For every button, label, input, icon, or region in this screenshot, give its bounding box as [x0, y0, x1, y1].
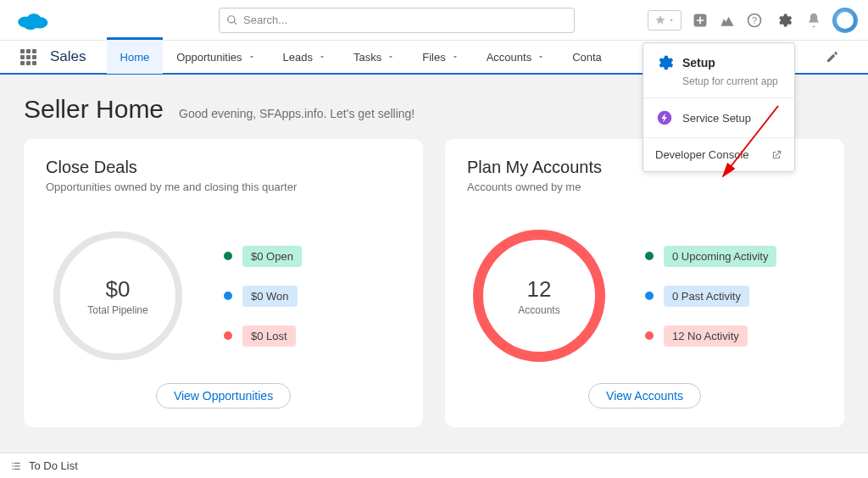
svg-text:?: ? — [752, 15, 757, 25]
nav-item-files[interactable]: Files — [409, 40, 472, 74]
nav-label: Files — [422, 51, 445, 64]
search-icon — [226, 14, 238, 26]
legend-dot — [645, 292, 654, 300]
nav-label: Conta — [572, 51, 602, 64]
setup-dropdown-menu: Setup Setup for current app Service Setu… — [643, 42, 795, 172]
legend-pill: $0 Open — [242, 246, 302, 267]
gear-icon — [776, 12, 793, 29]
nav-item-leads[interactable]: Leads — [270, 40, 340, 74]
app-name: Sales — [50, 48, 86, 65]
header-utility-bar: ? — [648, 8, 858, 33]
trailhead-icon[interactable] — [719, 12, 736, 29]
legend-dot — [645, 252, 654, 260]
utility-bar: To Do List — [0, 453, 868, 478]
setup-menu-service-setup[interactable]: Service Setup — [643, 98, 794, 138]
chevron-down-icon — [668, 17, 675, 24]
setup-menu-developer-console[interactable]: Developer Console — [643, 138, 794, 171]
developer-console-label: Developer Console — [655, 148, 749, 161]
favorites-menu[interactable] — [648, 10, 682, 31]
nav-item-tasks[interactable]: Tasks — [340, 40, 409, 74]
legend-dot — [224, 292, 232, 300]
svg-point-3 — [24, 19, 37, 30]
view-opportunities-button[interactable]: View Opportunities — [156, 383, 291, 409]
todo-list-icon — [10, 460, 22, 472]
view-accounts-button[interactable]: View Accounts — [588, 383, 701, 409]
legend: 0 Upcoming Activity 0 Past Activity 12 N… — [645, 246, 776, 347]
legend-item-past: 0 Past Activity — [645, 286, 776, 307]
pencil-icon[interactable] — [826, 50, 839, 64]
nav-item-home[interactable]: Home — [107, 37, 164, 74]
chevron-down-icon — [248, 53, 256, 61]
legend-pill: 0 Upcoming Activity — [664, 246, 776, 267]
setup-label: Setup — [682, 56, 715, 69]
nav-item-contacts[interactable]: Conta — [559, 40, 615, 74]
nav-item-accounts[interactable]: Accounts — [473, 40, 559, 74]
service-setup-label: Service Setup — [682, 112, 751, 125]
global-search[interactable]: Search... — [219, 8, 575, 33]
todo-list-button[interactable]: To Do List — [29, 459, 78, 472]
new-window-icon — [771, 149, 782, 161]
chevron-down-icon — [387, 53, 395, 61]
ring-label: Accounts — [518, 304, 559, 316]
legend-pill: 12 No Activity — [664, 325, 748, 347]
legend-item-upcoming: 0 Upcoming Activity — [645, 246, 776, 267]
ring-label: Total Pipeline — [87, 304, 147, 316]
card-plan-accounts: Plan My Accounts Accounts owned by me 12… — [445, 139, 844, 427]
salesforce-logo — [15, 8, 49, 32]
accounts-ring: 12 Accounts — [467, 224, 611, 368]
card-title: Close Deals — [46, 158, 401, 177]
star-icon — [654, 14, 666, 26]
nav-label: Tasks — [353, 51, 381, 64]
legend-pill: $0 Lost — [242, 325, 296, 347]
chevron-down-icon — [451, 53, 459, 61]
nav-label: Opportunities — [176, 51, 242, 64]
ring-value: 12 — [527, 276, 552, 303]
nav-label: Leads — [283, 51, 313, 64]
nav-item-opportunities[interactable]: Opportunities — [163, 40, 269, 74]
user-avatar[interactable] — [832, 8, 858, 33]
legend-dot — [224, 331, 232, 340]
legend-item-won: $0 Won — [224, 286, 302, 307]
card-subtitle: Accounts owned by me — [467, 181, 822, 193]
legend-item-open: $0 Open — [224, 246, 302, 267]
lightning-gear-icon — [655, 108, 674, 127]
chevron-down-icon — [537, 53, 545, 61]
app-launcher-icon[interactable] — [20, 49, 36, 65]
search-placeholder-text: Search... — [243, 14, 287, 26]
page-subtitle: Good evening, SFApps.info. Let's get sel… — [179, 107, 415, 120]
gear-icon — [655, 53, 674, 72]
legend-pill: $0 Won — [242, 286, 298, 307]
setup-menu-setup[interactable]: Setup Setup for current app — [643, 43, 794, 98]
legend-item-none: 12 No Activity — [645, 325, 776, 347]
global-header: Search... ? — [0, 0, 868, 41]
pipeline-ring: $0 Total Pipeline — [46, 224, 190, 368]
page-title: Seller Home — [24, 95, 164, 124]
chevron-down-icon — [318, 53, 326, 61]
card-subtitle: Opportunities owned by me and closing th… — [46, 181, 401, 193]
nav-label: Home — [120, 51, 150, 64]
notifications-icon[interactable] — [805, 12, 822, 29]
legend-item-lost: $0 Lost — [224, 325, 302, 347]
legend: $0 Open $0 Won $0 Lost — [224, 246, 302, 347]
ring-value: $0 — [106, 276, 131, 303]
setup-sub: Setup for current app — [682, 75, 782, 87]
add-icon[interactable] — [692, 12, 709, 29]
legend-dot — [224, 252, 232, 260]
legend-dot — [645, 331, 654, 340]
legend-pill: 0 Past Activity — [664, 286, 749, 307]
help-icon[interactable]: ? — [746, 12, 763, 29]
nav-label: Accounts — [487, 51, 531, 64]
card-close-deals: Close Deals Opportunities owned by me an… — [24, 139, 423, 427]
setup-gear-button[interactable] — [773, 9, 795, 31]
dashboard-cards: Close Deals Opportunities owned by me an… — [24, 139, 844, 427]
